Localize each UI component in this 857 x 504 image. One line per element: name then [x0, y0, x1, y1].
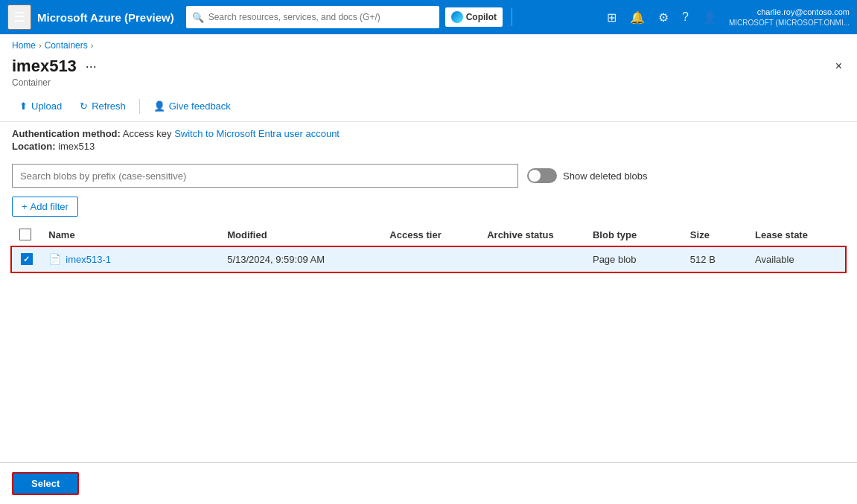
upload-icon: ⬆: [19, 101, 28, 112]
blob-search-input[interactable]: [20, 170, 510, 182]
search-section: Show deleted blobs: [0, 159, 857, 194]
switch-auth-link[interactable]: Switch to Microsoft Entra user account: [174, 128, 340, 139]
row-access-tier-cell: [382, 247, 480, 272]
upload-button[interactable]: ⬆ Upload: [12, 97, 69, 115]
portal-menu-icon-button[interactable]: ⊞: [601, 7, 622, 28]
blob-table-container: Name Modified Access tier Archive status…: [0, 223, 857, 462]
topbar-divider-1: [512, 8, 512, 26]
file-type-icon: 📄: [48, 253, 61, 265]
page-header: imex513 ··· Container ×: [0, 54, 857, 94]
header-checkbox[interactable]: [19, 229, 31, 240]
info-section: Authentication method: Access key Switch…: [0, 122, 857, 159]
show-deleted-label: Show deleted blobs: [563, 170, 647, 182]
app-title: Microsoft Azure (Preview): [37, 11, 174, 24]
location-label: Location:: [12, 141, 56, 152]
row-name-cell[interactable]: 📄 imex513-1: [41, 247, 220, 272]
feedback-label: Give feedback: [169, 101, 231, 112]
show-deleted-toggle[interactable]: [527, 168, 557, 183]
breadcrumb: Home › Containers ›: [0, 34, 857, 54]
breadcrumb-sep-1: ›: [39, 41, 42, 50]
refresh-label: Refresh: [92, 101, 126, 112]
settings-button[interactable]: ⚙: [652, 7, 675, 28]
copilot-button[interactable]: Copilot: [445, 7, 503, 27]
topbar: ☰ Microsoft Azure (Preview) 🔍 Copilot ⊞ …: [0, 0, 857, 34]
row-archive-status-cell: [480, 247, 585, 272]
th-size: Size: [683, 223, 748, 247]
page-title: imex513: [12, 57, 77, 76]
refresh-icon: ↻: [80, 101, 88, 112]
row-blob-type-cell: Page blob: [585, 247, 683, 272]
toggle-knob: [529, 170, 541, 182]
auth-method-value: Access key: [123, 128, 174, 139]
row-checkbox-checked[interactable]: [21, 253, 33, 265]
notifications-button[interactable]: 🔔: [624, 7, 651, 28]
main-content: Home › Containers › imex513 ··· Containe…: [0, 34, 857, 462]
th-blob-type: Blob type: [585, 223, 683, 247]
table-header: Name Modified Access tier Archive status…: [12, 223, 845, 247]
add-filter-button[interactable]: + Add filter: [12, 197, 78, 217]
toolbar-divider: [139, 99, 140, 114]
page-subtitle: Container: [12, 77, 100, 88]
page-menu-button[interactable]: ···: [83, 57, 100, 76]
row-modified-cell: 5/13/2024, 9:59:09 AM: [220, 247, 382, 272]
breadcrumb-sep-2: ›: [91, 41, 94, 50]
refresh-button[interactable]: ↻ Refresh: [72, 97, 133, 115]
row-size-cell: 512 B: [683, 247, 748, 272]
topbar-icon-group: ⊞ 🔔 ⚙ ? 👤: [601, 7, 723, 28]
location-value: imex513: [58, 141, 95, 152]
close-button[interactable]: ×: [832, 57, 845, 76]
filter-section: + Add filter: [0, 194, 857, 223]
breadcrumb-home[interactable]: Home: [12, 40, 36, 51]
feedback-icon: 👤: [153, 101, 165, 112]
toolbar: ⬆ Upload ↻ Refresh 👤 Give feedback: [0, 94, 857, 122]
copilot-logo-icon: [451, 11, 463, 23]
feedback-icon-button[interactable]: 👤: [696, 7, 723, 28]
th-name: Name: [41, 223, 220, 247]
user-profile[interactable]: charlie.roy@contoso.com MICROSOFT (MICRO…: [729, 7, 850, 27]
th-archive-status: Archive status: [480, 223, 585, 247]
file-cell: 📄 imex513-1: [48, 253, 212, 265]
search-container: [12, 164, 518, 188]
add-filter-label: Add filter: [31, 201, 69, 212]
user-email: charlie.roy@contoso.com: [729, 7, 850, 17]
hamburger-menu-button[interactable]: ☰: [7, 4, 31, 30]
upload-label: Upload: [31, 101, 62, 112]
add-filter-icon: +: [22, 201, 28, 212]
show-deleted-toggle-row: Show deleted blobs: [527, 168, 647, 183]
global-search-container: 🔍: [186, 6, 439, 28]
give-feedback-button[interactable]: 👤 Give feedback: [146, 97, 238, 115]
blob-name-link[interactable]: imex513-1: [66, 254, 111, 265]
th-checkbox: [12, 223, 41, 247]
user-tenant: MICROSOFT (MICROSOFT.ONMI...: [729, 18, 850, 28]
table-row[interactable]: 📄 imex513-1 5/13/2024, 9:59:09 AM Page b…: [12, 247, 845, 272]
breadcrumb-containers[interactable]: Containers: [45, 40, 88, 51]
th-modified: Modified: [220, 223, 382, 247]
table-body: 📄 imex513-1 5/13/2024, 9:59:09 AM Page b…: [12, 247, 845, 272]
select-button[interactable]: Select: [12, 472, 79, 495]
th-access-tier: Access tier: [382, 223, 480, 247]
row-lease-state-cell: Available: [748, 247, 845, 272]
footer: Select: [0, 462, 857, 504]
auth-info-row: Authentication method: Access key Switch…: [12, 128, 845, 139]
page-title-row: imex513 ···: [12, 57, 100, 76]
copilot-label: Copilot: [466, 12, 497, 22]
global-search-input[interactable]: [208, 12, 433, 22]
search-icon: 🔍: [192, 12, 204, 23]
location-info-row: Location: imex513: [12, 141, 845, 152]
page-title-section: imex513 ··· Container: [12, 57, 100, 88]
auth-method-label: Authentication method:: [12, 128, 121, 139]
row-checkbox-cell[interactable]: [12, 247, 41, 272]
help-button[interactable]: ?: [676, 7, 695, 27]
blob-table: Name Modified Access tier Archive status…: [12, 223, 845, 272]
th-lease-state: Lease state: [748, 223, 845, 247]
